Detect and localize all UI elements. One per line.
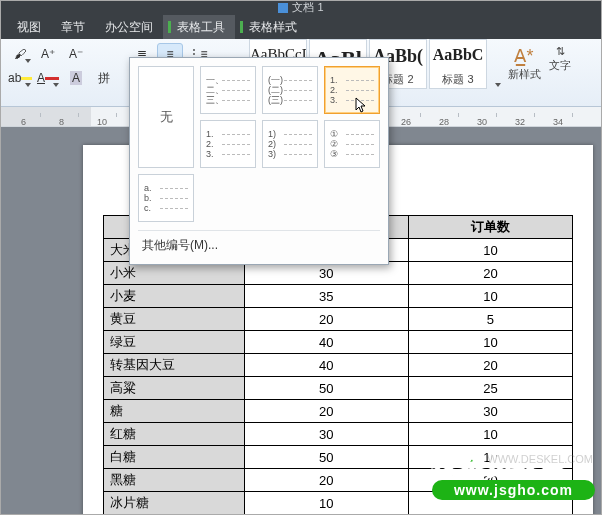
cell-value[interactable]: 50 [244, 377, 408, 400]
numbering-sample-label: 1. [206, 129, 220, 139]
cell-value[interactable]: 30 [408, 400, 572, 423]
font-color-button[interactable]: A [35, 67, 61, 89]
numbering-sample-label: 3. [330, 95, 344, 105]
ruler-minor-tick [420, 113, 421, 117]
phonetic-guide-button[interactable]: 拼 [91, 67, 117, 89]
cell-value[interactable]: 10 [244, 492, 408, 515]
cell-value[interactable]: 30 [408, 469, 572, 492]
cell-value[interactable]: 40 [244, 354, 408, 377]
numbering-sample-line [284, 144, 312, 145]
font-grow-button[interactable]: A⁺ [35, 43, 61, 65]
cell-name[interactable]: 小麦 [104, 285, 245, 308]
table-row[interactable]: 黄豆205 [104, 308, 573, 331]
table-row[interactable]: 转基因大豆4020 [104, 354, 573, 377]
cell-name[interactable]: 红糖 [104, 423, 245, 446]
ruler-minor-tick [496, 113, 497, 117]
cell-value[interactable]: 10 [408, 423, 572, 446]
numbering-sample-line [284, 90, 312, 91]
cell-value[interactable]: 10 [408, 331, 572, 354]
font-shrink-button[interactable]: A⁻ [63, 43, 89, 65]
cell-value[interactable]: 20 [408, 354, 572, 377]
numbering-num-paren[interactable]: 1)2)3) [262, 120, 318, 168]
cell-name[interactable]: 冰片糖 [104, 492, 245, 515]
cell-name[interactable]: 绿豆 [104, 331, 245, 354]
cell-name[interactable]: 黄豆 [104, 308, 245, 331]
table-row[interactable]: 冰片糖10 [104, 492, 573, 515]
ruler-tick: 26 [401, 117, 411, 127]
menu-table-tool[interactable]: 表格工具 [163, 15, 235, 40]
style-gallery-more-button[interactable] [489, 39, 503, 89]
numbering-circled[interactable]: ①②③ [324, 120, 380, 168]
numbering-sample-label: 三、 [206, 94, 220, 107]
format-painter-button[interactable]: 🖌 [7, 43, 33, 65]
numbering-sample-line [284, 134, 312, 135]
cell-value[interactable]: 20 [244, 308, 408, 331]
menu-view[interactable]: 视图 [7, 15, 51, 40]
menu-table-style[interactable]: 表格样式 [235, 15, 307, 40]
numbering-sample-line [346, 90, 374, 91]
cell-name[interactable]: 白糖 [104, 446, 245, 469]
numbering-alpha[interactable]: a.b.c. [138, 174, 194, 222]
numbering-paren-cn[interactable]: (一)(二)(三) [262, 66, 318, 114]
cell-name[interactable]: 黑糖 [104, 469, 245, 492]
new-style-button[interactable]: A̲* 新样式 [503, 39, 545, 89]
table-row[interactable]: 红糖3010 [104, 423, 573, 446]
numbering-sample-row: 2) [268, 139, 312, 149]
numbering-sample-label: 2. [206, 139, 220, 149]
table-header[interactable]: 订单数 [408, 216, 572, 239]
cell-name[interactable]: 高粱 [104, 377, 245, 400]
table-row[interactable]: 绿豆4010 [104, 331, 573, 354]
numbering-num-dot-b[interactable]: 1.2.3. [200, 120, 256, 168]
cell-value[interactable]: 5 [408, 308, 572, 331]
table-row[interactable]: 小麦3510 [104, 285, 573, 308]
new-style-label: 新样式 [503, 67, 545, 82]
numbering-sample-line [346, 134, 374, 135]
numbering-sample-row: 3. [330, 95, 374, 105]
numbering-sample-line [222, 144, 250, 145]
table-row[interactable]: 高粱5025 [104, 377, 573, 400]
text-direction-icon: ⇅ [545, 45, 575, 58]
cell-name[interactable]: 糖 [104, 400, 245, 423]
text-direction-button[interactable]: ⇅ 文字 [545, 39, 575, 106]
numbering-num-dot[interactable]: 1.2.3. [324, 66, 380, 114]
style-heading3[interactable]: AaBbC标题 3 [429, 39, 487, 89]
ruler-tick: 28 [439, 117, 449, 127]
table-row[interactable]: 白糖5010 [104, 446, 573, 469]
cell-value[interactable]: 40 [244, 331, 408, 354]
menu-section[interactable]: 章节 [51, 15, 95, 40]
numbering-sample-line [284, 100, 312, 101]
numbering-sample-label: 1. [330, 75, 344, 85]
numbering-sample-line [346, 100, 374, 101]
highlight-button[interactable]: ab [7, 67, 33, 89]
cell-value[interactable]: 10 [408, 285, 572, 308]
numbering-sample-row: ③ [330, 149, 374, 159]
numbering-sample-line [160, 208, 188, 209]
numbering-cn-ordinal[interactable]: 一、二、三、 [200, 66, 256, 114]
table-row[interactable]: 黑糖2030 [104, 469, 573, 492]
cell-value[interactable]: 30 [244, 423, 408, 446]
cell-value[interactable]: 35 [244, 285, 408, 308]
numbering-sample-line [284, 80, 312, 81]
numbering-sample-row: ① [330, 129, 374, 139]
numbering-sample-label: c. [144, 203, 158, 213]
numbering-sample-label: (三) [268, 94, 282, 107]
cell-value[interactable]: 20 [244, 469, 408, 492]
numbering-sample-row: 三、 [206, 95, 250, 105]
numbering-none[interactable]: 无 [138, 66, 194, 168]
cell-name[interactable]: 转基因大豆 [104, 354, 245, 377]
cell-value[interactable]: 20 [244, 400, 408, 423]
numbering-sample-line [160, 188, 188, 189]
numbering-other[interactable]: 其他编号(M)... [138, 230, 380, 256]
numbering-sample-row: 2. [330, 85, 374, 95]
cell-value[interactable]: 20 [408, 262, 572, 285]
menu-workspace[interactable]: 办公空间 [95, 15, 163, 40]
numbering-sample-row: 3. [206, 149, 250, 159]
cell-value[interactable]: 50 [244, 446, 408, 469]
numbering-sample-row: 1. [330, 75, 374, 85]
cell-value[interactable]: 25 [408, 377, 572, 400]
table-row[interactable]: 糖2030 [104, 400, 573, 423]
cell-value[interactable]: 10 [408, 239, 572, 262]
cell-value[interactable]: 10 [408, 446, 572, 469]
char-shading-button[interactable]: A [63, 67, 89, 89]
cell-value[interactable] [408, 492, 572, 515]
